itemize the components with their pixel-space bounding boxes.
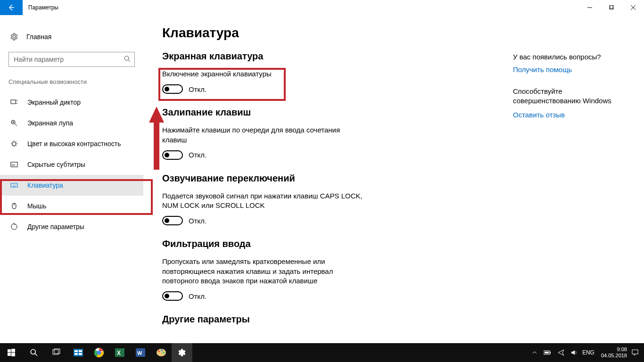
battery-icon[interactable]	[542, 350, 553, 355]
sidebar-item-contrast[interactable]: Цвет и высокая контрастность	[0, 133, 143, 154]
sidebar-item-mouse[interactable]: Мышь	[0, 196, 143, 216]
minimize-button[interactable]	[579, 0, 601, 15]
arrow-left-icon	[8, 4, 15, 11]
sidebar-item-other[interactable]: Другие параметры	[0, 216, 143, 237]
svg-rect-10	[8, 349, 11, 352]
svg-rect-13	[11, 353, 15, 356]
tray-chevron-up-icon[interactable]	[530, 350, 539, 355]
sidebar-item-label: Экранная лупа	[27, 119, 73, 127]
svg-point-2	[124, 56, 129, 60]
svg-point-32	[158, 350, 160, 352]
back-button[interactable]	[0, 0, 23, 15]
setting-osk-label: Включение экранной клавиатуры	[162, 69, 365, 79]
svg-text:cc: cc	[12, 163, 16, 166]
feedback-heading: Способствуйте совершенствованию Windows	[513, 87, 621, 106]
svg-rect-1	[610, 5, 614, 9]
sidebar-item-magnifier[interactable]: Экранная лупа	[0, 113, 143, 133]
maximize-button[interactable]	[601, 0, 622, 15]
search-icon	[124, 55, 131, 65]
search-input[interactable]	[8, 52, 135, 67]
home-label: Главная	[26, 33, 51, 41]
section-toggle-keys-heading: Озвучивание переключений	[162, 173, 644, 184]
mouse-icon	[9, 202, 19, 210]
setting-togglekeys-label: Подается звуковой сигнал при нажатии кла…	[162, 191, 365, 211]
svg-rect-20	[74, 353, 78, 355]
svg-rect-8	[11, 183, 17, 187]
svg-text:X: X	[117, 350, 121, 356]
action-center-icon[interactable]	[630, 349, 640, 356]
system-tray[interactable]: ENG 9:08 04.05.2018	[530, 346, 644, 358]
setting-filter-label: Пропускать или замедлять кратковременные…	[162, 257, 365, 286]
svg-rect-36	[550, 352, 551, 354]
sidebar-item-label: Клавиатура	[27, 181, 63, 189]
captions-icon: cc	[9, 161, 19, 168]
airplane-icon[interactable]	[556, 349, 566, 356]
tray-clock[interactable]: 9:08 04.05.2018	[601, 346, 627, 358]
toggle-onscreen-keyboard[interactable]	[162, 84, 183, 94]
svg-point-33	[161, 349, 163, 351]
start-button[interactable]	[0, 343, 23, 362]
section-other-heading: Другие параметры	[162, 314, 644, 325]
svg-point-26	[98, 351, 100, 354]
taskbar-app-filemanager[interactable]	[68, 343, 89, 362]
svg-text:W: W	[137, 350, 142, 356]
sidebar-item-label: Экранный диктор	[27, 99, 81, 106]
tray-time: 9:08	[601, 346, 627, 353]
sidebar: Главная Специальные возможности Экранный…	[0, 15, 143, 343]
close-button[interactable]	[622, 0, 644, 15]
svg-rect-37	[545, 352, 549, 354]
taskbar-app-paint[interactable]	[151, 343, 172, 362]
page-title: Клавиатура	[162, 25, 644, 41]
home-button[interactable]: Главная	[0, 28, 143, 45]
svg-rect-19	[79, 350, 82, 352]
svg-rect-21	[79, 353, 82, 355]
gear-icon	[9, 33, 19, 41]
svg-rect-3	[11, 100, 16, 104]
svg-rect-0	[609, 5, 613, 9]
toggle-state: Откл.	[189, 217, 206, 225]
toggle-filter-keys[interactable]	[162, 291, 183, 301]
taskbar[interactable]: X W ENG 9:08 04.05.2018	[0, 343, 644, 362]
svg-point-34	[163, 352, 165, 354]
taskbar-app-word[interactable]: W	[130, 343, 151, 362]
toggle-sticky-keys[interactable]	[162, 150, 183, 160]
titlebar: Параметры	[0, 0, 644, 15]
contrast-icon	[9, 140, 19, 148]
toggle-toggle-keys[interactable]	[162, 216, 183, 225]
setting-sticky-label: Нажимайте клавиши по очереди для ввода с…	[162, 125, 365, 145]
feedback-link[interactable]: Оставить отзыв	[513, 111, 621, 119]
tray-date: 04.05.2018	[601, 353, 627, 359]
sidebar-item-captions[interactable]: cc Скрытые субтитры	[0, 154, 143, 175]
toggle-state: Откл.	[189, 85, 206, 93]
other-icon	[9, 223, 19, 230]
sidebar-item-label: Другие параметры	[27, 223, 84, 230]
sidebar-item-keyboard[interactable]: Клавиатура	[0, 175, 143, 196]
taskbar-app-chrome[interactable]	[89, 343, 109, 362]
sidebar-item-label: Скрытые субтитры	[27, 161, 85, 168]
sidebar-item-label: Мышь	[27, 202, 46, 210]
section-filter-keys-heading: Фильтрация ввода	[162, 239, 644, 249]
sidebar-item-label: Цвет и высокая контрастность	[27, 140, 121, 148]
volume-icon[interactable]	[569, 349, 579, 356]
sidebar-item-narrator[interactable]: Экранный диктор	[0, 92, 143, 113]
magnifier-icon	[9, 119, 19, 127]
narrator-icon	[9, 99, 19, 106]
svg-point-5	[12, 142, 16, 146]
sidebar-section-title: Специальные возможности	[0, 78, 143, 85]
questions-heading: У вас появились вопросы?	[513, 53, 621, 61]
taskbar-app-excel[interactable]: X	[109, 343, 130, 362]
taskbar-search-button[interactable]	[23, 343, 45, 362]
svg-rect-11	[11, 349, 15, 352]
tray-language[interactable]: ENG	[582, 349, 594, 356]
search-wrap	[8, 52, 135, 67]
right-pane: У вас появились вопросы? Получить помощь…	[513, 53, 621, 132]
task-view-button[interactable]	[45, 343, 68, 362]
toggle-state: Откл.	[189, 151, 206, 159]
svg-rect-38	[632, 350, 638, 354]
svg-point-14	[31, 349, 35, 354]
toggle-state: Откл.	[189, 292, 206, 300]
svg-rect-12	[8, 353, 11, 356]
get-help-link[interactable]: Получить помощь	[513, 66, 621, 74]
svg-rect-18	[74, 350, 78, 352]
taskbar-app-settings[interactable]	[172, 343, 192, 362]
